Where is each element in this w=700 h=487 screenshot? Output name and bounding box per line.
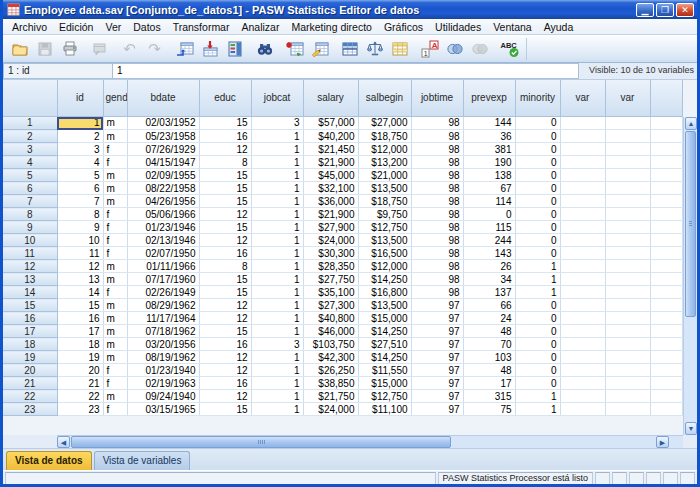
data-cell[interactable]: 97 <box>411 377 463 390</box>
empty-cell[interactable] <box>605 312 650 325</box>
data-cell[interactable]: 48 <box>463 325 515 338</box>
data-cell[interactable]: $21,450 <box>303 143 358 156</box>
horizontal-scroll-thumb[interactable] <box>71 436 451 448</box>
empty-cell[interactable] <box>560 208 605 221</box>
empty-cell[interactable] <box>560 299 605 312</box>
data-cell[interactable]: 8 <box>199 156 251 169</box>
data-cell[interactable]: f <box>103 247 127 260</box>
data-cell[interactable]: 5 <box>57 169 103 182</box>
empty-cell[interactable] <box>560 351 605 364</box>
row-number[interactable]: 7 <box>3 195 57 208</box>
data-cell[interactable]: 3 <box>57 143 103 156</box>
data-cell[interactable]: 07/18/1962 <box>127 325 199 338</box>
data-cell[interactable]: 04/26/1956 <box>127 195 199 208</box>
empty-cell[interactable] <box>605 117 650 130</box>
scroll-right-icon[interactable]: ▶ <box>656 436 669 448</box>
data-cell[interactable]: 97 <box>411 312 463 325</box>
row-number[interactable]: 8 <box>3 208 57 221</box>
data-cell[interactable]: 98 <box>411 117 463 130</box>
empty-cell[interactable] <box>560 390 605 403</box>
data-cell[interactable]: m <box>103 390 127 403</box>
data-cell[interactable]: $30,300 <box>303 247 358 260</box>
data-cell[interactable]: $16,500 <box>358 247 411 260</box>
data-cell[interactable]: 12 <box>199 234 251 247</box>
data-cell[interactable]: 1 <box>515 286 560 299</box>
menu-edicion[interactable]: Edición <box>53 20 99 34</box>
menu-ayuda[interactable]: Ayuda <box>538 20 580 34</box>
column-header-var2[interactable]: var <box>605 80 650 116</box>
data-cell[interactable]: 17 <box>463 377 515 390</box>
column-header-salary[interactable]: salary <box>303 80 358 116</box>
redo-icon[interactable]: ↷ <box>142 37 167 61</box>
data-cell[interactable]: 0 <box>515 364 560 377</box>
empty-cell[interactable] <box>605 195 650 208</box>
data-cell[interactable]: 115 <box>463 221 515 234</box>
data-cell[interactable]: 08/22/1958 <box>127 182 199 195</box>
empty-cell[interactable] <box>605 403 650 416</box>
empty-cell[interactable] <box>605 286 650 299</box>
data-cell[interactable]: 97 <box>411 403 463 416</box>
data-cell[interactable]: 1 <box>251 286 303 299</box>
data-cell[interactable]: 16 <box>199 377 251 390</box>
recall-dialogs-icon[interactable] <box>87 37 112 61</box>
data-cell[interactable]: 15 <box>57 299 103 312</box>
data-cell[interactable]: f <box>103 234 127 247</box>
data-cell[interactable]: 12 <box>199 390 251 403</box>
data-cell[interactable]: $13,500 <box>358 182 411 195</box>
data-cell[interactable]: $21,000 <box>358 169 411 182</box>
data-cell[interactable]: 08/29/1962 <box>127 299 199 312</box>
data-cell[interactable]: 1 <box>251 234 303 247</box>
empty-cell[interactable] <box>605 299 650 312</box>
data-cell[interactable]: 01/11/1966 <box>127 260 199 273</box>
data-cell[interactable]: 12 <box>199 208 251 221</box>
data-cell[interactable]: 15 <box>199 221 251 234</box>
data-cell[interactable]: $38,850 <box>303 377 358 390</box>
row-number[interactable]: 17 <box>3 325 57 338</box>
data-cell[interactable]: $21,900 <box>303 156 358 169</box>
data-cell[interactable]: $21,900 <box>303 208 358 221</box>
data-cell[interactable]: $11,100 <box>358 403 411 416</box>
row-number[interactable]: 10 <box>3 234 57 247</box>
data-cell[interactable]: m <box>103 351 127 364</box>
row-number[interactable]: 18 <box>3 338 57 351</box>
insert-variable-icon[interactable] <box>307 37 332 61</box>
data-cell[interactable]: m <box>103 312 127 325</box>
data-cell[interactable]: 1 <box>251 390 303 403</box>
data-cell[interactable]: 12 <box>199 351 251 364</box>
data-cell[interactable]: 97 <box>411 351 463 364</box>
column-header-bdate[interactable]: bdate <box>127 80 199 116</box>
grid-corner[interactable] <box>3 80 57 116</box>
data-cell[interactable]: $27,300 <box>303 299 358 312</box>
data-cell[interactable]: 3 <box>251 117 303 130</box>
data-cell[interactable]: m <box>103 169 127 182</box>
data-cell[interactable]: 15 <box>199 195 251 208</box>
row-number[interactable]: 9 <box>3 221 57 234</box>
data-cell[interactable]: 1 <box>251 182 303 195</box>
data-cell[interactable]: 12 <box>199 299 251 312</box>
data-cell[interactable]: $46,000 <box>303 325 358 338</box>
data-cell[interactable]: 48 <box>463 364 515 377</box>
data-cell[interactable]: 98 <box>411 221 463 234</box>
data-cell[interactable]: 67 <box>463 182 515 195</box>
data-cell[interactable]: 98 <box>411 143 463 156</box>
data-cell[interactable]: 6 <box>57 182 103 195</box>
data-cell[interactable]: 1 <box>251 299 303 312</box>
data-cell[interactable]: $14,250 <box>358 325 411 338</box>
column-header-var1[interactable]: var <box>560 80 605 116</box>
data-cell[interactable]: 23 <box>57 403 103 416</box>
data-cell[interactable]: 114 <box>463 195 515 208</box>
row-number[interactable]: 13 <box>3 273 57 286</box>
data-cell[interactable]: $16,800 <box>358 286 411 299</box>
data-cell[interactable]: 0 <box>515 130 560 143</box>
data-cell[interactable]: m <box>103 195 127 208</box>
open-file-icon[interactable] <box>7 37 32 61</box>
data-cell[interactable]: 8 <box>199 260 251 273</box>
empty-cell[interactable] <box>560 169 605 182</box>
empty-cell[interactable] <box>560 377 605 390</box>
data-cell[interactable]: $12,000 <box>358 260 411 273</box>
data-cell[interactable]: 3 <box>251 338 303 351</box>
data-cell[interactable]: 1 <box>251 325 303 338</box>
data-cell[interactable]: 15 <box>199 117 251 130</box>
data-cell[interactable]: 190 <box>463 156 515 169</box>
menu-transformar[interactable]: Transformar <box>167 20 236 34</box>
